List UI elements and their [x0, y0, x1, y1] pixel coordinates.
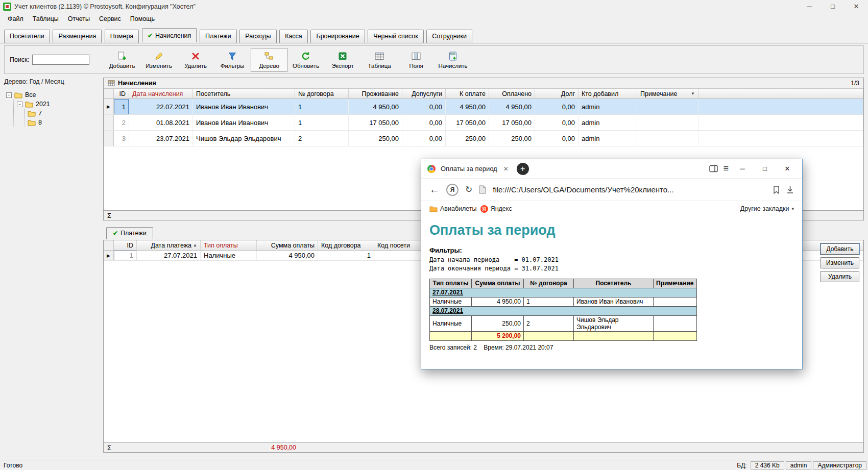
add-button[interactable]: Добавить [104, 48, 140, 72]
col-extras[interactable]: Допуслуги [402, 89, 446, 98]
fields-button[interactable]: Поля [398, 48, 435, 72]
accruals-header-row: ID Дата начисления Посетитель № договора… [104, 89, 863, 99]
reload-icon[interactable]: ↻ [465, 184, 472, 195]
col-payment-sum[interactable]: Сумма оплаты [257, 240, 318, 250]
filter-dropdown-icon[interactable]: ▼ [691, 91, 695, 96]
tree-icon [264, 51, 274, 61]
menu-service[interactable]: Сервис [94, 15, 126, 22]
menu-help[interactable]: Помощь [126, 15, 159, 22]
menu-tables[interactable]: Таблицы [28, 15, 63, 22]
browser-favicon [427, 165, 436, 173]
tab-accruals[interactable]: ✔Начисления [142, 28, 197, 42]
payments-total: 4 950,00 [115, 444, 296, 451]
tab-blacklist[interactable]: Черный список [368, 30, 423, 43]
tab-visitors[interactable]: Посетители [4, 30, 50, 43]
filters-label: Фильтры: [429, 246, 794, 254]
tree-item-month-7[interactable]: 7 [28, 109, 103, 118]
payments-delete-button[interactable]: Удалить [821, 271, 859, 282]
filter-icon [227, 51, 237, 61]
browser-minimize-button[interactable]: ─ [734, 165, 751, 172]
tree-button[interactable]: Дерево [251, 48, 287, 72]
collapse-icon[interactable]: − [17, 102, 22, 107]
col-note[interactable]: Примечание▼ [637, 89, 698, 98]
pencil-icon [154, 51, 164, 61]
col-accrual-date[interactable]: Дата начисления [129, 89, 193, 98]
col-added-by[interactable]: Кто добавил [578, 89, 637, 98]
yandex-icon: Я [480, 205, 488, 213]
report-row: Наличные 4 950,00 1 Иванов Иван Иванович [430, 297, 697, 306]
table-button[interactable]: Таблица [361, 48, 398, 72]
folder-icon [429, 206, 438, 212]
col-contract[interactable]: № договора [295, 89, 349, 98]
menu-reports[interactable]: Отчеты [63, 15, 94, 22]
menu-icon[interactable]: ≡ [723, 163, 729, 174]
tab-payments-sub[interactable]: ✔ Платежи [106, 227, 153, 239]
tree-item-2021[interactable]: − 2021 [17, 100, 103, 109]
col-due[interactable]: К оплате [446, 89, 489, 98]
status-db-label: БД: [735, 462, 749, 469]
col-payment-type[interactable]: Тип оплаты [201, 240, 257, 250]
yandex-button-icon[interactable]: Я [446, 184, 459, 196]
tree-item-all[interactable]: − Все [6, 90, 103, 100]
tab-placements[interactable]: Размещения [53, 30, 102, 43]
edit-button[interactable]: Изменить [140, 48, 177, 72]
tab-expenses[interactable]: Расходы [239, 30, 276, 43]
browser-tab[interactable]: Оплаты за период [441, 165, 497, 172]
tree-item-month-8[interactable]: 8 [28, 118, 103, 127]
tab-rooms[interactable]: Номера [105, 30, 139, 43]
tab-cash[interactable]: Касса [279, 30, 308, 43]
table-row[interactable]: 2 01.08.2021 Иванов Иван Иванович 1 17 0… [104, 115, 863, 131]
browser-maximize-button[interactable]: □ [756, 165, 774, 172]
tab-payments[interactable]: Платежи [200, 30, 237, 43]
export-button[interactable]: Экспорт [324, 48, 361, 72]
app-titlebar: Учет клиентов (2.1139) © Prostoysoft. Ко… [0, 0, 868, 13]
total-row: 5 200,00 [430, 331, 697, 340]
col-visitor[interactable]: Посетитель [193, 89, 295, 98]
filters-button[interactable]: Фильтры [214, 48, 251, 72]
download-icon[interactable] [786, 186, 794, 194]
col-debt[interactable]: Долг [535, 89, 578, 98]
bookmark-yandex[interactable]: Я Яндекс [480, 205, 512, 213]
search-input[interactable] [32, 55, 89, 65]
toolbar: Поиск: Добавить Изменить Удалить Фильтры… [4, 45, 864, 74]
col-lodging[interactable]: Проживание [349, 89, 402, 98]
add-icon [117, 51, 127, 61]
delete-button[interactable]: Удалить [177, 48, 214, 72]
report-table: Тип оплаты Сумма оплаты № договора Посет… [429, 279, 697, 341]
collapse-icon[interactable]: − [6, 92, 12, 98]
tab-booking[interactable]: Бронирование [310, 30, 365, 43]
payments-add-button[interactable]: Добавить [821, 243, 859, 255]
new-tab-button[interactable]: + [517, 163, 529, 175]
bookmark-flag-icon[interactable] [773, 186, 780, 194]
address-url[interactable]: file:///C:/Users/OLGA/Documents/Учет%20к… [493, 185, 766, 194]
back-icon[interactable]: ← [429, 184, 440, 195]
side-panel-icon[interactable] [709, 165, 718, 172]
grid-icon [108, 80, 115, 87]
menu-file[interactable]: Файл [3, 15, 28, 22]
other-bookmarks[interactable]: Другие закладки ▾ [740, 205, 794, 212]
col-paid[interactable]: Оплачено [489, 89, 535, 98]
tab-staff[interactable]: Сотрудники [426, 30, 472, 43]
tab-close-icon[interactable]: ✕ [503, 165, 509, 172]
refresh-button[interactable]: Обновить [287, 48, 324, 72]
table-row[interactable]: 3 23.07.2021 Чишов Эльдар Эльдарович 2 2… [104, 131, 863, 146]
col-id[interactable]: ID [114, 89, 129, 98]
pager: 1/3 [851, 80, 859, 87]
minimize-icon[interactable]: ─ [798, 0, 821, 13]
browser-tabstrip: Оплаты за период ✕ + ≡ ─ □ ✕ [421, 159, 802, 179]
table-icon [374, 51, 384, 61]
status-db-size: 2 436 Kb [751, 461, 784, 469]
group-row: 27.07.2021 [430, 288, 697, 297]
close-icon[interactable]: ✕ [845, 0, 868, 13]
accrue-button[interactable]: Начислить [435, 48, 471, 72]
table-row[interactable]: ▶ 1 22.07.2021 Иванов Иван Иванович 1 4 … [104, 99, 863, 115]
col-contract-code[interactable]: Код договора [318, 240, 374, 250]
col-id[interactable]: ID [114, 240, 137, 250]
bookmark-aviabilety[interactable]: Авиабилеты [429, 205, 477, 212]
page-icon [479, 185, 486, 194]
payments-edit-button[interactable]: Изменить [821, 257, 859, 268]
col-payment-date[interactable]: Дата платежа▲ [137, 240, 201, 250]
browser-close-button[interactable]: ✕ [779, 165, 796, 172]
maximize-icon[interactable]: □ [821, 0, 845, 13]
check-icon: ✔ [113, 230, 118, 237]
